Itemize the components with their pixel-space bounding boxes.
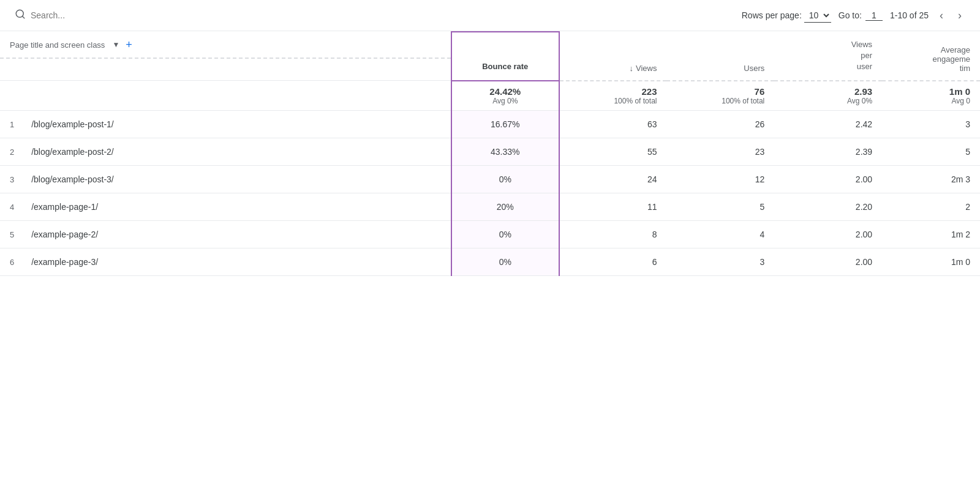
row-users: 5 — [666, 193, 774, 220]
row-num: 6 — [10, 258, 14, 267]
table-row: 1 /blog/example-post-1/ 16.67% 63 26 2.4… — [0, 110, 980, 138]
search-input[interactable] — [31, 10, 153, 20]
summary-views-per-user: 2.93 Avg 0% — [774, 81, 882, 111]
row-num: 3 — [10, 175, 14, 184]
summary-users: 76 100% of total — [666, 81, 774, 111]
row-avg-eng: 2 — [882, 193, 980, 220]
row-page-cell: 3 /blog/example-post-3/ — [0, 165, 451, 193]
row-views-per-user: 2.42 — [774, 110, 882, 138]
row-page-name[interactable]: /example-page-1/ — [31, 202, 98, 212]
summary-page-col — [0, 81, 451, 111]
row-page-name[interactable]: /blog/example-post-1/ — [31, 119, 114, 129]
rows-per-page-select[interactable]: 10 25 50 — [804, 9, 831, 23]
table-row: 5 /example-page-2/ 0% 8 4 2.00 1m 2 — [0, 220, 980, 248]
col-header-views-per-user[interactable]: Viewsperuser — [774, 32, 882, 81]
add-dimension-button[interactable]: + — [124, 39, 134, 50]
row-bounce: 0% — [451, 248, 559, 275]
row-page-cell: 5 /example-page-2/ — [0, 220, 451, 248]
prev-page-button[interactable]: ‹ — [936, 7, 947, 23]
goto-input[interactable] — [865, 10, 883, 21]
sort-down-icon: ↓ — [630, 64, 634, 73]
row-page-cell: 4 /example-page-1/ — [0, 193, 451, 220]
row-num: 1 — [10, 120, 14, 129]
row-views: 63 — [559, 110, 667, 138]
summary-users-sub: 100% of total — [676, 97, 764, 105]
pagination-area: Rows per page: 10 25 50 Go to: 1-10 of 2… — [742, 7, 965, 23]
summary-vpu-main: 2.93 — [784, 86, 872, 97]
rows-per-page-label: Rows per page: — [742, 10, 802, 20]
col-header-bounce-rate[interactable]: Bounce rate — [451, 32, 559, 81]
row-page-name[interactable]: /example-page-2/ — [31, 230, 98, 239]
row-views: 24 — [559, 165, 667, 193]
chevron-down-icon: ▼ — [112, 40, 119, 49]
col-header-page-title[interactable]: Page title and screen class ▼ + — [0, 32, 451, 59]
row-page-name[interactable]: /blog/example-post-3/ — [31, 174, 114, 184]
toolbar: Rows per page: 10 25 50 Go to: 1-10 of 2… — [0, 0, 980, 31]
row-avg-eng: 3 — [882, 110, 980, 138]
table-row: 2 /blog/example-post-2/ 43.33% 55 23 2.3… — [0, 138, 980, 165]
row-users: 3 — [666, 248, 774, 275]
col-header-avg-eng-label: Averageengagemetim — [892, 45, 970, 73]
search-icon — [15, 9, 26, 22]
row-views: 55 — [559, 138, 667, 165]
row-views-per-user: 2.00 — [774, 220, 882, 248]
summary-bounce-main: 24.42% — [462, 86, 549, 97]
summary-avg-eng-main: 1m 0 — [892, 86, 970, 97]
row-views-per-user: 2.00 — [774, 165, 882, 193]
row-users: 12 — [666, 165, 774, 193]
row-num: 5 — [10, 230, 14, 239]
summary-views: 223 100% of total — [559, 81, 667, 111]
table-row: 4 /example-page-1/ 20% 11 5 2.20 2 — [0, 193, 980, 220]
row-views: 11 — [559, 193, 667, 220]
page-info: 1-10 of 25 — [890, 10, 929, 20]
summary-bounce-sub: Avg 0% — [462, 97, 549, 105]
goto-area: Go to: — [839, 10, 883, 21]
col-header-users[interactable]: Users — [666, 32, 774, 81]
data-table: Page title and screen class ▼ + Bounce r… — [0, 31, 980, 276]
col-header-views-per-user-label: Viewsperuser — [784, 39, 872, 73]
row-views-per-user: 2.20 — [774, 193, 882, 220]
search-area — [15, 9, 732, 22]
row-bounce: 0% — [451, 220, 559, 248]
col-header-page-title-label: Page title and screen class — [10, 40, 105, 50]
table-container: Page title and screen class ▼ + Bounce r… — [0, 31, 980, 276]
row-num: 2 — [10, 147, 14, 157]
table-row: 6 /example-page-3/ 0% 6 3 2.00 1m 0 — [0, 248, 980, 275]
table-row: 3 /blog/example-post-3/ 0% 24 12 2.00 2m… — [0, 165, 980, 193]
row-avg-eng: 5 — [882, 138, 980, 165]
next-page-button[interactable]: › — [954, 7, 965, 23]
summary-avg-eng-sub: Avg 0 — [892, 97, 970, 105]
row-bounce: 20% — [451, 193, 559, 220]
row-users: 23 — [666, 138, 774, 165]
col-header-users-label: Users — [744, 64, 764, 73]
row-bounce: 0% — [451, 165, 559, 193]
summary-views-main: 223 — [570, 86, 657, 97]
summary-avg-eng: 1m 0 Avg 0 — [882, 81, 980, 111]
row-num: 4 — [10, 203, 14, 212]
row-avg-eng: 1m 0 — [882, 248, 980, 275]
col-header-bounce-label: Bounce rate — [462, 61, 549, 72]
summary-bounce: 24.42% Avg 0% — [451, 81, 559, 111]
row-views-per-user: 2.00 — [774, 248, 882, 275]
col-header-avg-engagement[interactable]: Averageengagemetim — [882, 32, 980, 81]
row-views-per-user: 2.39 — [774, 138, 882, 165]
summary-row: 24.42% Avg 0% 223 100% of total 76 100% … — [0, 81, 980, 111]
row-page-cell: 6 /example-page-3/ — [0, 248, 451, 275]
table-header-row: Page title and screen class ▼ + Bounce r… — [0, 32, 980, 81]
row-views: 8 — [559, 220, 667, 248]
row-bounce: 43.33% — [451, 138, 559, 165]
row-page-cell: 2 /blog/example-post-2/ — [0, 138, 451, 165]
svg-line-1 — [22, 16, 24, 18]
summary-users-main: 76 — [676, 86, 764, 97]
row-page-cell: 1 /blog/example-post-1/ — [0, 110, 451, 138]
summary-views-sub: 100% of total — [570, 97, 657, 105]
rows-per-page-control: Rows per page: 10 25 50 — [742, 9, 831, 23]
goto-label: Go to: — [839, 10, 862, 20]
row-views: 6 — [559, 248, 667, 275]
col-header-views[interactable]: ↓ Views — [559, 32, 667, 81]
row-users: 26 — [666, 110, 774, 138]
row-page-name[interactable]: /example-page-3/ — [31, 257, 98, 267]
row-avg-eng: 1m 2 — [882, 220, 980, 248]
row-users: 4 — [666, 220, 774, 248]
row-page-name[interactable]: /blog/example-post-2/ — [31, 147, 114, 157]
